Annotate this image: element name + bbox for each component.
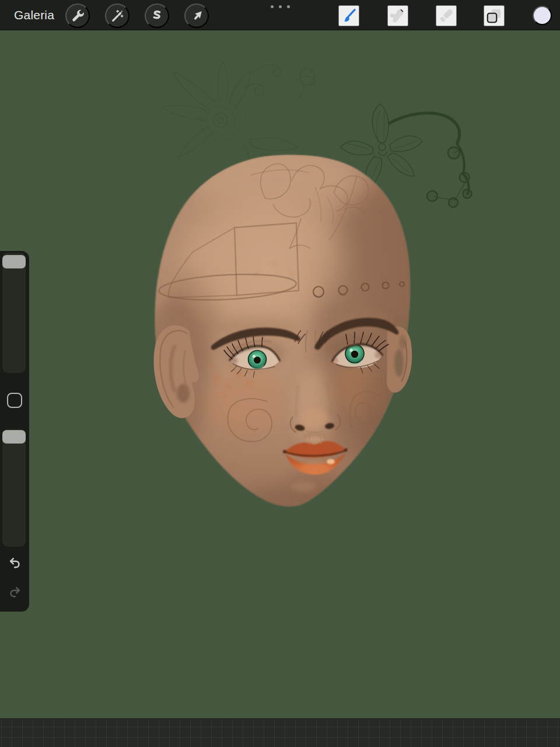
- brush-size-slider-handle[interactable]: [2, 255, 26, 268]
- gallery-button[interactable]: Galeria: [14, 0, 54, 30]
- color-swatch-button[interactable]: [533, 6, 552, 25]
- top-toolbar: Galeria: [0, 0, 560, 30]
- bottom-grid-bar: [0, 718, 560, 747]
- undo-arrow-icon: [7, 555, 23, 573]
- erase-tool-button[interactable]: [436, 5, 457, 26]
- brush-size-slider[interactable]: [2, 253, 26, 373]
- magic-wand-icon: [110, 9, 125, 23]
- opacity-slider[interactable]: [2, 429, 26, 547]
- undo-button[interactable]: [6, 555, 23, 573]
- canvas-options-button[interactable]: [271, 5, 290, 8]
- smudge-tool-button[interactable]: [387, 5, 408, 26]
- redo-button[interactable]: [6, 584, 23, 602]
- orchid-stem-sketch: [388, 113, 472, 207]
- gallery-button-label: Galeria: [14, 8, 54, 22]
- modify-button[interactable]: [7, 393, 22, 408]
- canvas-artwork: [0, 30, 560, 718]
- eraser-icon: [437, 6, 456, 25]
- layers-icon: [485, 6, 503, 25]
- paint-tool-button[interactable]: [338, 5, 359, 26]
- redo-arrow-icon: [7, 584, 23, 602]
- transform-button[interactable]: [184, 4, 209, 28]
- ellipsis-icon: [271, 5, 274, 8]
- portrait-head: [140, 138, 447, 524]
- procreate-screen: Galeria: [0, 0, 560, 747]
- opacity-slider-handle[interactable]: [2, 430, 26, 444]
- selection-button[interactable]: [145, 4, 169, 28]
- adjustments-button[interactable]: [105, 4, 130, 28]
- drawing-canvas[interactable]: [0, 30, 560, 718]
- selection-s-icon: [150, 9, 164, 23]
- layers-button[interactable]: [484, 5, 505, 26]
- right-ear: [387, 326, 412, 393]
- transform-arrow-icon: [190, 9, 204, 23]
- ellipsis-icon: [287, 5, 290, 8]
- smudge-icon: [388, 6, 407, 25]
- ellipsis-icon: [279, 5, 282, 8]
- actions-button[interactable]: [65, 4, 90, 28]
- paintbrush-icon: [340, 6, 358, 25]
- wrench-icon: [71, 9, 85, 23]
- sidebar-tools: [0, 251, 29, 612]
